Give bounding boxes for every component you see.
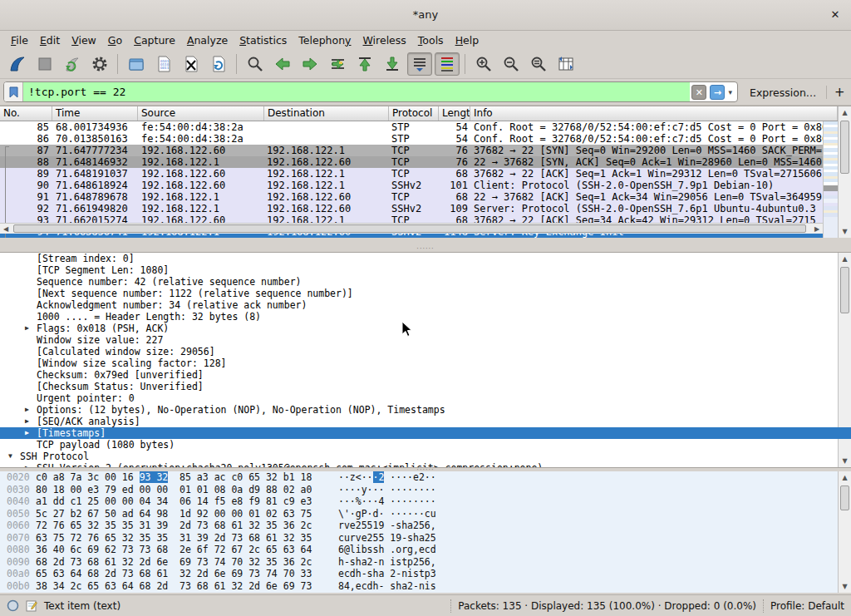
hex-ascii[interactable]: rve25519 -sha256,	[338, 520, 436, 532]
detail-line[interactable]: [Window size scaling factor: 128]	[0, 357, 851, 369]
scroll-thumb[interactable]	[13, 224, 806, 233]
hex-bytes[interactable]: 68 2d 73 68 61 32 2d 6e 69 73 74 70 32 3…	[36, 556, 312, 569]
go-to-packet-button[interactable]	[325, 52, 350, 76]
hex-row[interactable]: 00a065 63 64 68 2d 73 68 61 32 2d 6e 69 …	[0, 568, 851, 580]
hex-ascii[interactable]: h-sha2-n istp256,	[338, 556, 436, 569]
go-last-button[interactable]	[380, 52, 405, 76]
go-back-button[interactable]	[270, 52, 295, 76]
close-icon[interactable]: ✕	[828, 7, 843, 22]
detail-line[interactable]: Window size value: 227	[0, 334, 851, 346]
hex-bytes[interactable]: 80 18 00 e3 79 ed 00 00 01 01 08 0a d9 8…	[36, 484, 312, 496]
hex-bytes[interactable]: a1 dd c1 25 00 00 04 34 06 14 f5 e8 f9 8…	[36, 495, 312, 508]
zoom-original-button[interactable]	[526, 52, 551, 76]
close-file-button[interactable]	[179, 52, 204, 76]
hex-bytes[interactable]: 36 40 6c 69 62 73 73 68 2e 6f 72 67 2c 6…	[36, 544, 312, 556]
packet-row[interactable]: 8568.001734936fe:54:00:d4:38:2aSTP54Conf…	[0, 121, 823, 133]
restart-capture-button[interactable]	[60, 52, 85, 76]
packet-row[interactable]: 8771.647777234192.168.122.60192.168.122.…	[0, 145, 823, 156]
scroll-up-icon[interactable]: ▲	[839, 106, 851, 119]
menu-item-help[interactable]: Help	[450, 32, 485, 48]
hex-ascii[interactable]: ecdh-sha 2-nistp3	[338, 568, 436, 580]
auto-scroll-button[interactable]	[407, 52, 432, 76]
zoom-out-button[interactable]	[499, 52, 524, 76]
collapsed-arrow-icon[interactable]: ▶	[25, 416, 29, 427]
detail-line[interactable]: 1000 .... = Header Length: 32 bytes (8)	[0, 311, 851, 323]
menu-item-view[interactable]: View	[66, 32, 102, 48]
find-packet-button[interactable]	[243, 52, 268, 76]
title-bar[interactable]: *any ✕	[0, 0, 851, 31]
column-header-info[interactable]: Info	[470, 106, 838, 121]
hex-bytes[interactable]: 72 76 65 32 35 35 31 39 2d 73 68 61 32 3…	[36, 520, 312, 532]
collapsed-arrow-icon[interactable]: ▶	[25, 404, 29, 416]
detail-line[interactable]: [TCP Segment Len: 1080]	[0, 264, 851, 276]
hex-row[interactable]: 0040a1 dd c1 25 00 00 04 34 06 14 f5 e8 …	[0, 495, 851, 508]
packet-row[interactable]: 9271.661949820192.168.122.1192.168.122.6…	[0, 203, 823, 214]
colorize-button[interactable]	[435, 52, 460, 76]
hex-row[interactable]: 003080 18 00 e3 79 ed 00 00 01 01 08 0a …	[0, 484, 851, 496]
scroll-down-icon[interactable]: ▼	[839, 225, 851, 238]
save-file-button[interactable]: 010101100011	[151, 52, 176, 76]
expression-button[interactable]: Expression…	[750, 86, 816, 99]
intelligent-scrollbar-minimap[interactable]	[823, 121, 838, 238]
packet-row[interactable]: 9071.648618924192.168.122.60192.168.122.…	[0, 180, 823, 191]
detail-line[interactable]: [Checksum Status: Unverified]	[0, 381, 851, 392]
column-header-destination[interactable]: Destination	[264, 106, 389, 121]
hex-bytes[interactable]: 63 75 72 76 65 32 35 35 31 39 2d 73 68 6…	[36, 532, 312, 545]
hex-ascii[interactable]: 6@libssh .org,ecd	[338, 544, 436, 556]
open-file-button[interactable]	[124, 52, 149, 76]
collapsed-arrow-icon[interactable]: ▶	[25, 427, 29, 439]
menu-item-file[interactable]: File	[5, 32, 34, 48]
menu-item-analyze[interactable]: Analyze	[181, 32, 234, 48]
detail-line[interactable]: Urgent pointer: 0	[0, 392, 851, 404]
menu-item-edit[interactable]: Edit	[34, 32, 66, 48]
collapsed-arrow-icon[interactable]: ▶	[25, 462, 29, 468]
hex-ascii[interactable]: ··z<···2 ····e2··	[338, 471, 436, 484]
go-forward-button[interactable]	[298, 52, 322, 76]
hex-ascii[interactable]: 84,ecdh- sha2-nis	[338, 580, 436, 593]
scroll-thumb[interactable]	[840, 121, 849, 174]
hex-bytes[interactable]: 38 34 2c 65 63 64 68 2d 73 68 61 32 2d 6…	[36, 580, 312, 593]
hex-bytes[interactable]: 5c 27 b2 67 50 ad 64 98 1d 92 00 00 01 0…	[36, 508, 312, 520]
capture-comment-icon[interactable]	[26, 599, 37, 612]
menu-item-capture[interactable]: Capture	[128, 32, 181, 48]
hex-row[interactable]: 00b038 34 2c 65 63 64 68 2d 73 68 61 32 …	[0, 580, 851, 593]
packet-row[interactable]: 8971.648191037192.168.122.60192.168.122.…	[0, 168, 823, 180]
reload-file-button[interactable]	[206, 52, 231, 76]
packet-list-hscrollbar[interactable]: ◀ ▶	[0, 223, 823, 234]
hex-row[interactable]: 0020c0 a8 7a 3c 00 16 93 32 85 a3 ac c0 …	[0, 471, 851, 484]
hex-ascii[interactable]: curve255 19-sha25	[338, 532, 436, 545]
hex-row[interactable]: 007063 75 72 76 65 32 35 35 31 39 2d 73 …	[0, 532, 851, 545]
filter-clear-button[interactable]: ✕	[691, 85, 706, 100]
hex-ascii[interactable]: ···%···4 ········	[338, 495, 436, 508]
detail-line[interactable]: Checksum: 0x79ed [unverified]	[0, 369, 851, 381]
filter-apply-button[interactable]: →	[710, 85, 725, 100]
detail-line[interactable]: ▶[Timestamps]	[0, 427, 851, 439]
menu-item-wireless[interactable]: Wireless	[357, 32, 412, 48]
menu-item-tools[interactable]: Tools	[412, 32, 450, 48]
detail-line[interactable]: TCP payload (1080 bytes)	[0, 439, 851, 451]
hex-bytes[interactable]: c0 a8 7a 3c 00 16 93 32 85 a3 ac c0 65 3…	[36, 471, 312, 484]
detail-line[interactable]: [Stream index: 0]	[0, 253, 851, 264]
scroll-right-icon[interactable]: ▶	[811, 224, 823, 234]
hex-ascii[interactable]: \'·gP·d· ······cu	[338, 508, 436, 520]
zoom-in-button[interactable]	[471, 52, 496, 76]
packet-row[interactable]: 9171.648789678192.168.122.1192.168.122.6…	[0, 191, 823, 203]
detail-line[interactable]: [Next sequence number: 1122 (relative se…	[0, 288, 851, 299]
detail-line[interactable]: ▶Options: (12 bytes), No-Operation (NOP)…	[0, 404, 851, 416]
detail-line[interactable]: Sequence number: 42 (relative sequence n…	[0, 276, 851, 288]
collapsed-arrow-icon[interactable]: ▶	[25, 323, 29, 334]
hex-row[interactable]: 008036 40 6c 69 62 73 73 68 2e 6f 72 67 …	[0, 544, 851, 556]
packet-row[interactable]: 8871.648146932192.168.122.1192.168.122.6…	[0, 156, 823, 168]
hex-bytes[interactable]: 65 63 64 68 2d 73 68 61 32 2d 6e 69 73 7…	[36, 568, 312, 580]
column-header-no[interactable]: No.	[0, 106, 52, 121]
detail-line[interactable]: ▶Flags: 0x018 (PSH, ACK)	[0, 323, 851, 334]
capture-options-button[interactable]	[87, 52, 112, 76]
expert-info-icon[interactable]	[7, 599, 19, 612]
column-header-source[interactable]: Source	[138, 106, 264, 121]
resize-columns-button[interactable]	[553, 52, 578, 76]
menu-item-statistics[interactable]: Statistics	[234, 32, 293, 48]
column-header-length[interactable]: Length	[439, 106, 470, 121]
packet-row[interactable]: 8670.013850163fe:54:00:d4:38:2aSTP54Conf…	[0, 133, 823, 145]
add-filter-button[interactable]: +	[834, 85, 845, 100]
filter-bookmark-button[interactable]	[4, 82, 23, 101]
